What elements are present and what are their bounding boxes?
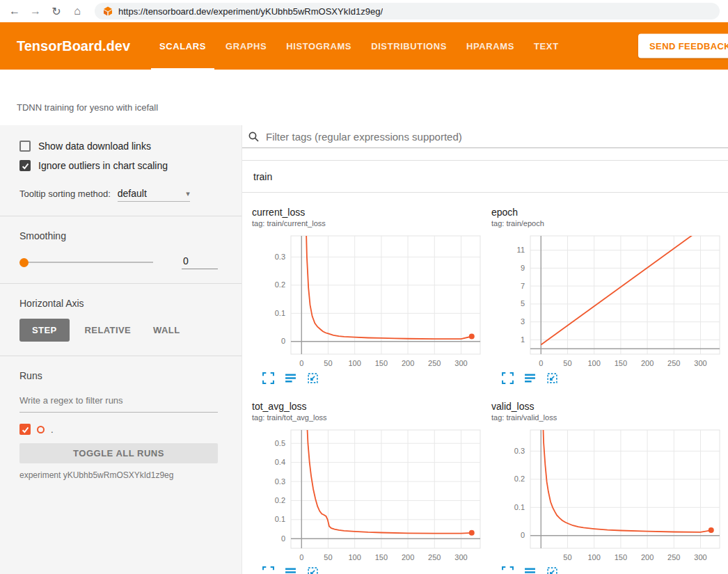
chart-tag: tag: train/valid_loss bbox=[491, 413, 725, 422]
smoothing-value-input[interactable]: 0 bbox=[182, 255, 218, 269]
slider-track bbox=[19, 262, 153, 263]
chart-title: current_loss bbox=[252, 207, 486, 218]
chart-plot[interactable]: 5010015020025030000.10.20.3 bbox=[491, 424, 725, 565]
chart-title: valid_loss bbox=[491, 401, 725, 412]
svg-text:300: 300 bbox=[454, 359, 467, 367]
chart-card: current_loss tag: train/current_loss 050… bbox=[252, 207, 486, 384]
nav-tabs: SCALARSGRAPHSHISTOGRAMSDISTRIBUTIONSHPAR… bbox=[150, 22, 569, 70]
runs-filter-input[interactable] bbox=[19, 392, 218, 413]
run-row[interactable]: . bbox=[19, 424, 218, 435]
browser-back-button[interactable]: ← bbox=[6, 2, 24, 20]
svg-text:0.3: 0.3 bbox=[275, 253, 285, 261]
ignore-outliers-row[interactable]: Ignore outliers in chart scaling bbox=[19, 160, 218, 171]
expand-chart-icon[interactable] bbox=[502, 372, 514, 384]
tooltip-sorting-label: Tooltip sorting method: bbox=[19, 189, 111, 199]
svg-text:300: 300 bbox=[694, 553, 706, 561]
svg-text:250: 250 bbox=[428, 359, 441, 367]
axis-button-relative[interactable]: RELATIVE bbox=[78, 319, 139, 342]
expand-chart-icon[interactable] bbox=[262, 566, 274, 574]
nav-tab-graphs[interactable]: GRAPHS bbox=[216, 22, 276, 70]
address-bar[interactable]: https://tensorboard.dev/experiment/yKUbh… bbox=[95, 3, 720, 19]
toggle-all-runs-button[interactable]: TOGGLE ALL RUNS bbox=[19, 443, 218, 463]
svg-text:0: 0 bbox=[299, 553, 303, 561]
nav-tab-histograms[interactable]: HISTOGRAMS bbox=[276, 22, 361, 70]
browser-forward-button[interactable]: → bbox=[26, 2, 45, 20]
slider-thumb[interactable] bbox=[19, 258, 29, 267]
svg-text:300: 300 bbox=[454, 553, 467, 561]
chart-plot[interactable]: 05010015020025030000.10.20.30.40.5 bbox=[252, 424, 486, 565]
svg-text:50: 50 bbox=[563, 359, 571, 367]
show-download-row[interactable]: Show data download links bbox=[19, 141, 218, 152]
axis-button-wall[interactable]: WALL bbox=[146, 319, 187, 342]
chart-card: tot_avg_loss tag: train/tot_avg_loss 050… bbox=[252, 401, 486, 574]
axis-button-step[interactable]: STEP bbox=[19, 319, 70, 342]
svg-text:200: 200 bbox=[402, 553, 414, 561]
app-logo[interactable]: TensorBoard.dev bbox=[17, 38, 130, 54]
svg-text:150: 150 bbox=[615, 553, 627, 561]
svg-text:200: 200 bbox=[402, 359, 414, 367]
smoothing-slider[interactable] bbox=[19, 257, 153, 267]
nav-tab-distributions[interactable]: DISTRIBUTIONS bbox=[361, 22, 457, 70]
chart-toolbar bbox=[491, 372, 725, 384]
charts-grid: current_loss tag: train/current_loss 050… bbox=[242, 193, 728, 574]
ignore-outliers-checkbox[interactable] bbox=[19, 160, 31, 171]
browser-home-button[interactable]: ⌂ bbox=[68, 2, 86, 20]
svg-text:150: 150 bbox=[375, 359, 388, 367]
send-feedback-button[interactable]: SEND FEEDBACK bbox=[638, 34, 728, 58]
svg-text:0.1: 0.1 bbox=[275, 515, 285, 523]
tag-filter-input[interactable] bbox=[264, 130, 722, 143]
svg-text:50: 50 bbox=[324, 553, 332, 561]
browser-reload-button[interactable]: ↻ bbox=[47, 2, 65, 20]
expand-chart-icon[interactable] bbox=[262, 372, 274, 384]
svg-text:0: 0 bbox=[539, 359, 543, 367]
fit-domain-icon[interactable] bbox=[307, 566, 319, 574]
svg-text:200: 200 bbox=[641, 359, 654, 367]
nav-tab-scalars[interactable]: SCALARS bbox=[150, 22, 216, 70]
svg-text:50: 50 bbox=[563, 553, 571, 561]
run-name: . bbox=[51, 424, 54, 435]
run-color-swatch bbox=[37, 426, 45, 433]
data-list-icon[interactable] bbox=[285, 566, 296, 574]
tooltip-sorting-select[interactable]: default ▾ bbox=[118, 188, 190, 202]
svg-text:250: 250 bbox=[667, 359, 680, 367]
svg-text:9: 9 bbox=[521, 264, 525, 272]
app-header: TensorBoard.dev SCALARSGRAPHSHISTOGRAMSD… bbox=[0, 22, 728, 70]
chart-plot[interactable]: 0501001502002503001357911 bbox=[491, 230, 725, 371]
chart-card: epoch tag: train/epoch 05010015020025030… bbox=[491, 207, 725, 384]
url-text: https://tensorboard.dev/experiment/yKUbh… bbox=[118, 6, 383, 17]
nav-tab-hparams[interactable]: HPARAMS bbox=[457, 22, 524, 70]
nav-tab-text[interactable]: TEXT bbox=[524, 22, 569, 70]
svg-text:150: 150 bbox=[375, 553, 388, 561]
fit-domain-icon[interactable] bbox=[546, 566, 558, 574]
svg-text:300: 300 bbox=[694, 359, 706, 367]
chart-tag: tag: train/tot_avg_loss bbox=[252, 413, 486, 422]
chevron-down-icon: ▾ bbox=[186, 189, 190, 198]
svg-text:0.1: 0.1 bbox=[514, 503, 525, 511]
divider bbox=[0, 283, 242, 284]
ignore-outliers-label: Ignore outliers in chart scaling bbox=[38, 160, 168, 171]
svg-text:100: 100 bbox=[349, 359, 361, 367]
horizontal-axis-buttons: STEPRELATIVEWALL bbox=[19, 319, 218, 342]
chart-toolbar bbox=[252, 566, 486, 574]
smoothing-label: Smoothing bbox=[19, 230, 218, 241]
svg-text:100: 100 bbox=[588, 359, 601, 367]
experiment-title: TDNN training for yesno with icefall bbox=[17, 102, 158, 113]
run-checkbox[interactable] bbox=[19, 424, 31, 435]
divider bbox=[0, 356, 242, 356]
data-list-icon[interactable] bbox=[524, 372, 536, 384]
horizontal-axis-label: Horizontal Axis bbox=[19, 298, 218, 309]
show-download-checkbox[interactable] bbox=[19, 141, 31, 152]
svg-text:100: 100 bbox=[588, 553, 601, 561]
svg-text:0.5: 0.5 bbox=[275, 439, 285, 447]
fit-domain-icon[interactable] bbox=[546, 372, 558, 384]
svg-text:0: 0 bbox=[299, 359, 303, 367]
tag-group-title: train bbox=[253, 171, 272, 182]
svg-text:250: 250 bbox=[428, 553, 441, 561]
browser-toolbar: ← → ↻ ⌂ https://tensorboard.dev/experime… bbox=[0, 0, 728, 22]
data-list-icon[interactable] bbox=[285, 372, 296, 384]
chart-plot[interactable]: 05010015020025030000.10.20.3 bbox=[252, 230, 486, 371]
expand-chart-icon[interactable] bbox=[502, 566, 514, 574]
tag-group-header[interactable]: train bbox=[242, 161, 728, 193]
fit-domain-icon[interactable] bbox=[307, 372, 319, 384]
data-list-icon[interactable] bbox=[524, 566, 536, 574]
